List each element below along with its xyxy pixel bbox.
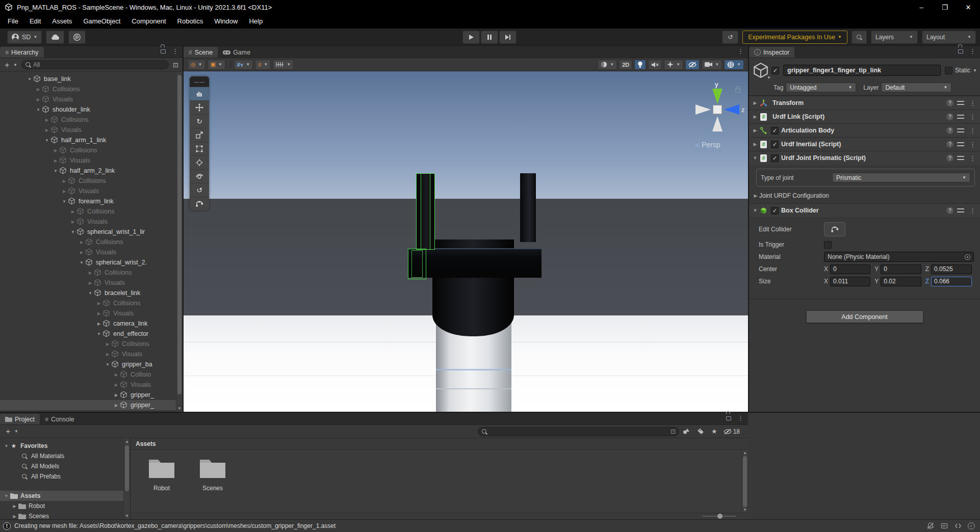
expand-arrow-icon[interactable]: ▶	[95, 301, 102, 306]
expand-arrow-icon[interactable]: ▼	[69, 230, 76, 234]
tab-hierarchy[interactable]: ≡ Hierarchy	[0, 47, 44, 58]
expand-arrow-icon[interactable]: ▼	[104, 362, 111, 367]
lock-icon[interactable]	[726, 416, 731, 420]
tree-folder-robot[interactable]: ▶ Robot	[0, 501, 130, 511]
hierarchy-item[interactable]: ▼bracelet_link	[0, 288, 183, 298]
collab-history-icon[interactable]	[940, 522, 948, 530]
menu-window[interactable]: Window	[209, 14, 243, 29]
notifications-muted-icon[interactable]	[926, 522, 934, 530]
expand-arrow-icon[interactable]: ▶	[113, 403, 120, 408]
expand-arrow-icon[interactable]: ▼	[43, 138, 50, 143]
expand-arrow-icon[interactable]: ▶	[11, 504, 18, 509]
project-tree-scrollbar[interactable]: ▲ ▼	[123, 438, 130, 519]
component-transform[interactable]: ▶ Transform ?⋮	[749, 96, 980, 110]
kebab-menu-icon[interactable]: ⋮	[967, 154, 978, 162]
hierarchy-search-input[interactable]: All	[21, 60, 169, 69]
menu-file[interactable]: File	[2, 14, 24, 29]
pause-button[interactable]	[481, 31, 498, 44]
expand-arrow-icon[interactable]: ▶	[95, 311, 102, 316]
component-urdf-joint-prismatic[interactable]: ▼ # ✓ Urdf Joint Prismatic (Script) ?⋮	[749, 151, 980, 165]
gizmo-center-cube[interactable]	[713, 105, 722, 114]
expand-arrow-icon[interactable]: ▶	[78, 250, 85, 255]
preset-icon[interactable]	[957, 141, 964, 147]
scroll-down-icon[interactable]: ▼	[742, 508, 748, 512]
joint-urdf-configuration-foldout[interactable]: ▶ Joint URDF Configuration	[749, 189, 980, 203]
hierarchy-item[interactable]: ▶Collisions	[0, 115, 183, 125]
hierarchy-item[interactable]: ▼forearm_link	[0, 196, 183, 206]
hierarchy-item[interactable]: ▶Collisions	[0, 237, 183, 247]
kebab-menu-icon[interactable]: ⋮	[967, 207, 978, 215]
scene-viewport[interactable]: —— ↻	[184, 71, 748, 412]
hierarchy-item[interactable]: ▶Collisions	[0, 268, 183, 278]
object-name-field[interactable]: gripper_finger1_finger_tip_link	[783, 65, 941, 76]
menu-help[interactable]: Help	[243, 14, 268, 29]
plastic-scm-button[interactable]	[68, 31, 86, 44]
center-x-field[interactable]: 0	[830, 264, 870, 274]
asset-filter-icon[interactable]	[679, 428, 693, 435]
hierarchy-item[interactable]: ▼half_arm_2_link	[0, 166, 183, 176]
audio-mute-button[interactable]	[648, 60, 662, 70]
overlay-drag-handle[interactable]: ——	[674, 79, 685, 85]
expand-arrow-icon[interactable]: ▶	[43, 128, 50, 132]
layer-dropdown[interactable]: Default ▼	[881, 83, 951, 92]
help-icon[interactable]: ?	[946, 141, 953, 148]
expand-arrow-icon[interactable]: ▶	[104, 352, 111, 357]
scale-tool[interactable]	[190, 128, 209, 142]
assets-scrollbar[interactable]: ▲ ▼	[741, 450, 748, 513]
hierarchy-item[interactable]: ▼end_effector	[0, 329, 183, 339]
favorites-all-materials[interactable]: All Materials	[0, 451, 130, 461]
hierarchy-item[interactable]: ▼gripper_ba	[0, 359, 183, 369]
expand-arrow-icon[interactable]: ▶	[35, 97, 42, 102]
hierarchy-item[interactable]: ▶Visuals	[0, 380, 183, 390]
help-icon[interactable]: ?	[946, 154, 953, 162]
axis-z-cone[interactable]	[724, 104, 739, 115]
grid-visibility-button[interactable]: #▼	[255, 60, 271, 70]
2d-toggle-button[interactable]: 2D	[619, 60, 632, 70]
tag-dropdown[interactable]: Untagged ▼	[786, 83, 856, 92]
hierarchy-item[interactable]: ▶Visuals	[0, 247, 183, 257]
expand-arrow-icon[interactable]: ▶	[113, 373, 120, 377]
hierarchy-item[interactable]: ▶Collisio	[0, 369, 183, 380]
lock-icon[interactable]	[161, 49, 166, 54]
expand-arrow-icon[interactable]: ▼	[26, 77, 33, 82]
menu-edit[interactable]: Edit	[24, 14, 46, 29]
static-checkbox[interactable]	[945, 67, 952, 74]
hierarchy-item[interactable]: ▶gripper_	[0, 390, 183, 400]
favorites-all-models[interactable]: All Models	[0, 461, 130, 471]
asset-folder-scenes[interactable]: Scenes	[195, 457, 230, 513]
kebab-menu-icon[interactable]: ⋮	[170, 47, 180, 55]
cloud-button[interactable]	[46, 31, 64, 44]
hierarchy-item[interactable]: ▼base_link	[0, 74, 183, 84]
project-search-input[interactable]: ⊡	[478, 427, 679, 436]
expand-arrow-icon[interactable]: ▶	[69, 220, 76, 224]
expand-arrow-icon[interactable]: ▶	[113, 383, 120, 387]
alert-bubble-icon[interactable]: !	[3, 522, 11, 530]
expand-arrow-icon[interactable]: ▶	[751, 142, 759, 147]
move-tool[interactable]	[190, 100, 209, 114]
favorites-item[interactable]: ▼ ★ Favorites	[0, 441, 130, 451]
expand-arrow-icon[interactable]: ▶	[751, 100, 759, 105]
scrollbar-thumb[interactable]	[177, 75, 182, 394]
hierarchy-item[interactable]: ▶Collisions	[0, 206, 183, 217]
hierarchy-item[interactable]: ▶Collisions	[0, 339, 183, 349]
hierarchy-item[interactable]: ▶Visuals	[0, 308, 183, 318]
component-articulation-body[interactable]: ▶ ✓ Articulation Body ?⋮	[749, 123, 980, 137]
tab-scene[interactable]: # Scene	[184, 47, 218, 58]
preset-icon[interactable]	[957, 100, 964, 106]
orbit-view-tool[interactable]	[190, 169, 209, 183]
view-hand-tool[interactable]	[190, 87, 209, 100]
lighting-toggle-button[interactable]	[634, 60, 646, 70]
hierarchy-item[interactable]: ▶gripper_	[0, 400, 183, 410]
hierarchy-item[interactable]: ▶Visuals	[0, 186, 183, 196]
expand-arrow-icon[interactable]: ▼	[35, 108, 42, 112]
hierarchy-item[interactable]: ▶Visuals	[0, 125, 183, 135]
component-enabled-checkbox[interactable]: ✓	[771, 207, 779, 215]
center-y-field[interactable]: 0	[881, 264, 921, 274]
tool-settings-rotation-button[interactable]: ▣▼	[208, 60, 225, 70]
status-message[interactable]: Creating new mesh file: Assets\Robot\kor…	[14, 522, 336, 529]
code-optimization-icon[interactable]	[954, 522, 962, 530]
orientation-gizmo[interactable]: —— y z ≺ Persp	[683, 82, 748, 153]
component-enabled-checkbox[interactable]: ✓	[771, 141, 779, 148]
hierarchy-item[interactable]: ▶camera_link	[0, 318, 183, 329]
physic-material-field[interactable]: None (Physic Material)	[824, 252, 974, 262]
